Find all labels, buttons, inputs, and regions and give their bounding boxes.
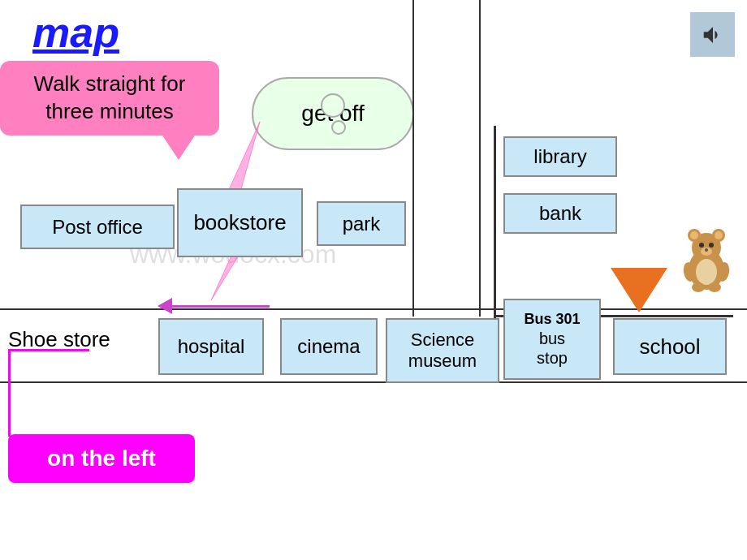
- svg-point-7: [699, 243, 704, 248]
- svg-point-6: [715, 231, 723, 239]
- location-bookstore: bookstore: [177, 188, 303, 257]
- location-post-office: Post office: [20, 205, 175, 249]
- location-park: park: [317, 201, 406, 246]
- orange-triangle-indicator: [611, 268, 667, 312]
- pink-line-vertical: [8, 349, 11, 437]
- arrow-left-head: [158, 298, 172, 314]
- location-school: school: [613, 318, 727, 375]
- svg-point-8: [709, 243, 714, 248]
- page-title: map: [32, 8, 119, 57]
- location-bus-stop: Bus 301 bus stop: [503, 299, 601, 380]
- road-horizontal-bottom: [0, 381, 747, 383]
- arrow-left-line: [172, 305, 270, 308]
- svg-point-11: [696, 259, 717, 285]
- road-vertical-library: [494, 126, 496, 321]
- speaker-icon: [701, 23, 725, 47]
- highlight-on-the-left: on the left: [8, 434, 195, 483]
- road-vertical-left: [412, 0, 414, 317]
- road-vertical-right: [479, 0, 481, 317]
- arrow-left-indicator: [158, 298, 270, 314]
- cloud-decoration-1: [321, 93, 345, 118]
- svg-point-15: [708, 282, 721, 292]
- speaker-button[interactable]: [690, 12, 735, 57]
- pink-line-horizontal: [8, 349, 89, 351]
- location-cinema: cinema: [280, 318, 378, 375]
- bear-illustration: [678, 219, 735, 292]
- speech-bubble-walk: Walk straight for three minutes: [0, 61, 219, 136]
- svg-point-14: [692, 282, 705, 292]
- location-hospital: hospital: [158, 318, 264, 375]
- svg-point-5: [690, 231, 698, 239]
- cloud-decoration-2: [331, 120, 346, 135]
- svg-point-10: [705, 248, 708, 252]
- location-library: library: [503, 136, 617, 177]
- location-bank: bank: [503, 193, 617, 234]
- location-science-museum: Science museum: [386, 318, 499, 383]
